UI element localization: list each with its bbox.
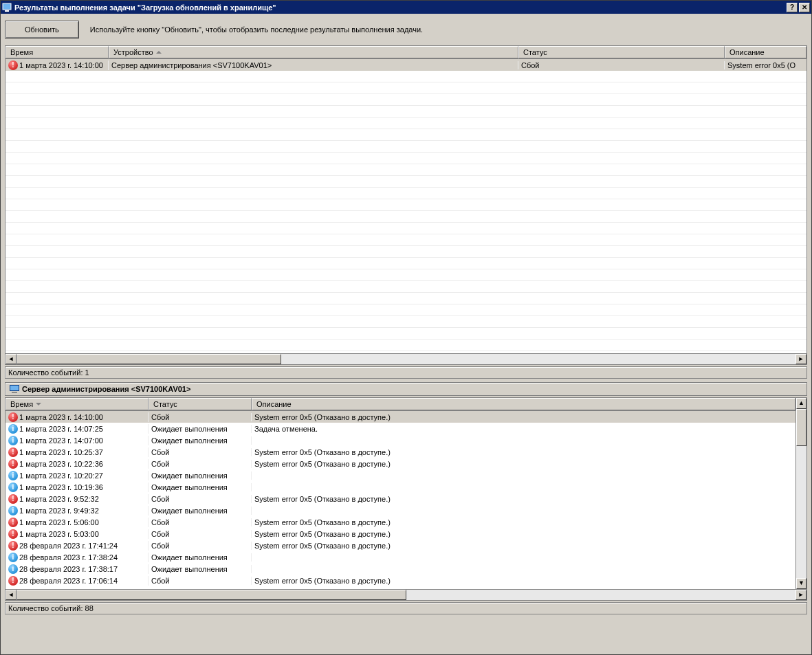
cell-description: System error 0x5 (О [725, 61, 806, 69]
table-row[interactable]: i28 февраля 2023 г. 17:38:17Ожидает выпо… [6, 563, 795, 575]
info-icon: i [8, 564, 18, 574]
table-row[interactable]: i1 марта 2023 г. 10:20:27Ожидает выполне… [6, 469, 795, 481]
scroll-left-icon[interactable]: ◄ [6, 590, 17, 600]
scroll-thumb[interactable] [17, 590, 406, 600]
empty-row [6, 82, 806, 94]
empty-row [6, 199, 806, 211]
cell-description: System error 0x5 (Отказано в доступе.) [252, 495, 795, 503]
cell-status: Сбой [149, 542, 252, 550]
cell-time: 1 марта 2023 г. 5:06:00 [19, 518, 99, 526]
empty-row [6, 234, 806, 246]
empty-row [6, 316, 806, 328]
cell-device: Сервер администрирования <SV7100KAV01> [109, 61, 518, 69]
devices-status: Количество событий: 1 [5, 366, 807, 379]
cell-status: Сбой [149, 530, 252, 538]
table-row[interactable]: i1 марта 2023 г. 10:19:36Ожидает выполне… [6, 481, 795, 493]
h-scrollbar-bottom[interactable]: ◄ ► [6, 589, 806, 600]
scroll-track[interactable] [17, 590, 795, 600]
refresh-button[interactable]: Обновить [5, 21, 79, 38]
scroll-track-v[interactable] [796, 409, 806, 578]
server-icon [10, 385, 19, 393]
table-row[interactable]: i28 февраля 2023 г. 17:38:24Ожидает выпо… [6, 551, 795, 563]
cell-time: 1 марта 2023 г. 14:10:00 [19, 61, 103, 69]
help-button[interactable]: ? [787, 3, 798, 12]
table-row[interactable]: !28 февраля 2023 г. 17:41:24СбойSystem e… [6, 540, 795, 551]
app-icon [2, 3, 12, 12]
scroll-thumb[interactable] [17, 354, 281, 364]
cell-time: 1 марта 2023 г. 10:20:27 [19, 471, 103, 480]
detail-header: Сервер администрирования <SV7100KAV01> [5, 382, 807, 396]
empty-row [6, 281, 806, 293]
refresh-hint: Используйте кнопку "Обновить", чтобы ото… [90, 25, 423, 34]
empty-row [6, 328, 806, 340]
cell-status: Сбой [149, 518, 252, 526]
table-row[interactable]: !1 марта 2023 г. 5:03:00СбойSystem error… [6, 528, 795, 540]
cell-description: System error 0x5 (Отказано в доступе.) [252, 577, 795, 585]
info-icon: i [8, 553, 18, 562]
h-scrollbar-top[interactable]: ◄ ► [6, 353, 806, 364]
table-row[interactable]: !1 марта 2023 г. 14:10:00СбойSystem erro… [6, 411, 795, 423]
events-grid-header: Время Статус Описание [6, 398, 795, 411]
error-icon: ! [8, 576, 18, 586]
col-time[interactable]: Время [6, 46, 109, 58]
info-icon: i [8, 482, 18, 492]
empty-row [6, 129, 806, 141]
cell-status: Сбой [518, 61, 725, 69]
cell-time: 1 марта 2023 г. 5:03:00 [19, 530, 99, 538]
cell-status: Ожидает выполнения [149, 553, 252, 562]
table-row[interactable]: !1 марта 2023 г. 9:52:32СбойSystem error… [6, 493, 795, 504]
cell-status: Сбой [149, 577, 252, 585]
col2-status[interactable]: Статус [149, 398, 252, 410]
empty-row [6, 153, 806, 164]
empty-row [6, 176, 806, 188]
scroll-right-icon[interactable]: ► [795, 354, 806, 364]
detail-header-text: Сервер администрирования <SV7100KAV01> [22, 385, 190, 393]
table-row[interactable]: i1 марта 2023 г. 14:07:25Ожидает выполне… [6, 423, 795, 434]
error-icon: ! [8, 447, 18, 457]
table-row[interactable]: !1 марта 2023 г. 5:06:00СбойSystem error… [6, 516, 795, 528]
info-icon: i [8, 424, 18, 434]
table-row[interactable]: !1 марта 2023 г. 10:25:37СбойSystem erro… [6, 446, 795, 458]
titlebar[interactable]: Результаты выполнения задачи "Загрузка о… [1, 1, 811, 14]
col2-description[interactable]: Описание [252, 398, 795, 410]
scroll-right-icon[interactable]: ► [795, 590, 806, 600]
col2-time[interactable]: Время [6, 398, 149, 410]
cell-description: System error 0x5 (Отказано в доступе.) [252, 518, 795, 526]
close-button[interactable]: ✕ [799, 3, 810, 12]
table-row[interactable]: i1 марта 2023 г. 9:49:32Ожидает выполнен… [6, 504, 795, 516]
cell-description: System error 0x5 (Отказано в доступе.) [252, 530, 795, 538]
error-icon: ! [8, 412, 18, 422]
table-row[interactable]: !1 марта 2023 г. 14:10:00Сервер админист… [6, 59, 806, 71]
empty-row [6, 246, 806, 258]
scroll-left-icon[interactable]: ◄ [6, 354, 17, 364]
events-grid: Время Статус Описание !1 марта 2023 г. 1… [5, 397, 807, 601]
table-row[interactable]: i1 марта 2023 г. 14:07:00Ожидает выполне… [6, 434, 795, 446]
table-row[interactable]: !28 февраля 2023 г. 17:06:14СбойSystem e… [6, 575, 795, 586]
col-description[interactable]: Описание [725, 46, 806, 58]
empty-row [6, 71, 806, 82]
scroll-up-icon[interactable]: ▲ [796, 398, 806, 409]
devices-grid-body: !1 марта 2023 г. 14:10:00Сервер админист… [6, 59, 806, 353]
cell-time: 28 февраля 2023 г. 17:38:24 [19, 553, 118, 562]
cell-time: 28 февраля 2023 г. 17:41:24 [19, 542, 118, 550]
devices-grid-header: Время Устройство Статус Описание [6, 46, 806, 59]
scroll-track[interactable] [17, 354, 795, 364]
cell-time: 1 марта 2023 г. 10:25:37 [19, 448, 103, 456]
cell-description: System error 0x5 (Отказано в доступе.) [252, 448, 795, 456]
empty-row [6, 118, 806, 129]
scroll-thumb-v[interactable] [796, 409, 806, 446]
col2-status-label: Статус [153, 400, 177, 408]
sort-desc-icon [36, 403, 41, 406]
cell-status: Ожидает выполнения [149, 436, 252, 445]
empty-row [6, 188, 806, 199]
col-status[interactable]: Статус [518, 46, 725, 58]
v-scrollbar[interactable]: ▲ ▼ [795, 398, 806, 589]
scroll-down-icon[interactable]: ▼ [796, 578, 806, 589]
svg-rect-1 [5, 10, 9, 12]
cell-status: Сбой [149, 413, 252, 421]
table-row[interactable]: !1 марта 2023 г. 10:22:36СбойSystem erro… [6, 458, 795, 469]
col-device[interactable]: Устройство [109, 46, 518, 58]
cell-time: 1 марта 2023 г. 14:10:00 [19, 413, 103, 421]
error-icon: ! [8, 518, 18, 527]
error-icon: ! [8, 529, 18, 539]
